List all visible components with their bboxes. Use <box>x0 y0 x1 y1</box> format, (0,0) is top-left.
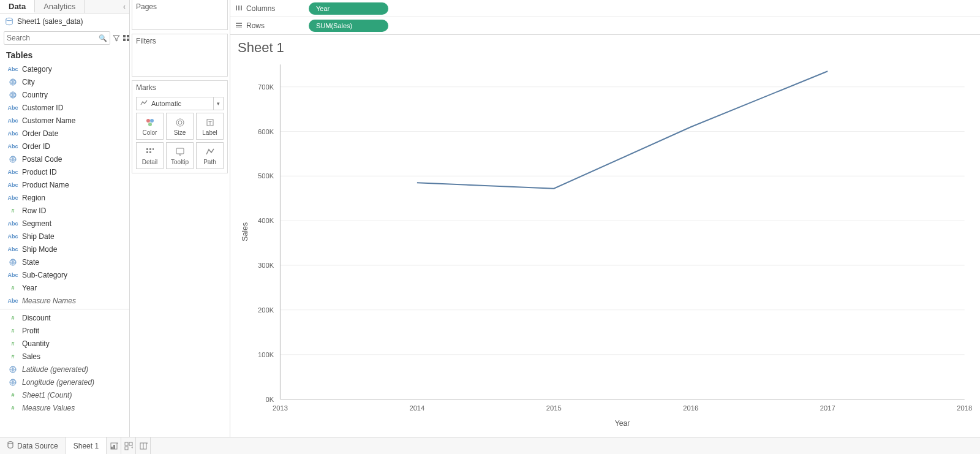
data-source-icon <box>7 441 13 450</box>
new-worksheet-icon[interactable]: + <box>107 437 121 454</box>
field-region[interactable]: AbcRegion <box>0 191 129 204</box>
datasource-row[interactable]: Sheet1 (sales_data) <box>0 13 129 29</box>
mark-tooltip-button[interactable]: Tooltip <box>166 142 194 169</box>
field-customer-id[interactable]: AbcCustomer ID <box>0 101 129 114</box>
svg-text:200K: 200K <box>258 306 274 314</box>
svg-rect-25 <box>238 6 239 10</box>
field-measure-names[interactable]: AbcMeasure Names <box>0 294 129 307</box>
field-ship-date[interactable]: AbcShip Date <box>0 230 129 243</box>
columns-icon <box>235 5 243 12</box>
field-longitude-generated-[interactable]: Longitude (generated) <box>0 376 129 388</box>
field-segment[interactable]: AbcSegment <box>0 217 129 230</box>
field-ship-mode[interactable]: AbcShip Mode <box>0 243 129 255</box>
field-profit[interactable]: #Profit <box>0 324 129 337</box>
collapse-pane-icon[interactable]: ‹ <box>119 0 129 13</box>
field-order-date[interactable]: AbcOrder Date <box>0 127 129 140</box>
svg-rect-63 <box>125 447 128 450</box>
svg-rect-24 <box>236 6 237 10</box>
svg-point-56 <box>8 442 13 444</box>
field-country[interactable]: Country <box>0 88 129 101</box>
field-product-id[interactable]: AbcProduct ID <box>0 165 129 178</box>
svg-rect-26 <box>241 6 242 10</box>
field-discount[interactable]: #Discount <box>0 311 129 324</box>
view-grid-icon[interactable] <box>123 33 130 43</box>
data-pane: Data Analytics ‹ Sheet1 (sales_data) 🔍 <box>0 0 130 437</box>
svg-text:+: + <box>116 442 118 445</box>
field-sheet1-count-[interactable]: #Sheet1 (Count) <box>0 388 129 401</box>
rows-pill-sales[interactable]: SUM(Sales) <box>309 20 388 32</box>
svg-text:Year: Year <box>615 419 630 428</box>
pages-shelf[interactable]: Pages <box>132 0 228 30</box>
svg-rect-2 <box>127 35 129 37</box>
field-row-id[interactable]: #Row ID <box>0 204 129 217</box>
svg-text:T: T <box>208 120 212 126</box>
chevron-down-icon: ▾ <box>213 97 223 110</box>
field-sub-category[interactable]: AbcSub-Category <box>0 268 129 281</box>
field-postal-code[interactable]: Postal Code <box>0 153 129 165</box>
svg-rect-19 <box>149 148 151 150</box>
tab-sheet-1[interactable]: Sheet 1 <box>66 437 107 454</box>
mark-detail-button[interactable]: Detail <box>136 142 164 169</box>
svg-text:Sales: Sales <box>241 222 249 241</box>
rows-shelf[interactable]: Rows SUM(Sales) <box>230 17 980 34</box>
field-product-name[interactable]: AbcProduct Name <box>0 178 129 191</box>
rows-icon <box>235 22 243 29</box>
bottom-bar: Data Source Sheet 1 + + + <box>0 437 980 454</box>
field-customer-name[interactable]: AbcCustomer Name <box>0 114 129 127</box>
svg-text:0K: 0K <box>266 396 274 403</box>
columns-pill-year[interactable]: Year <box>309 2 388 15</box>
field-sales[interactable]: #Sales <box>0 350 129 363</box>
svg-point-12 <box>150 119 154 123</box>
mark-color-icon <box>145 117 155 128</box>
mark-detail-icon <box>145 146 155 157</box>
filters-shelf[interactable]: Filters <box>132 34 228 77</box>
chart-area[interactable]: 0K100K200K300K400K500K600K700K2013201420… <box>230 58 980 437</box>
mark-type-dropdown[interactable]: Automatic ▾ <box>136 97 224 110</box>
mark-path-button[interactable]: Path <box>196 142 224 169</box>
new-dashboard-icon[interactable]: + <box>121 437 136 454</box>
sheet-title[interactable]: Sheet 1 <box>230 35 980 58</box>
svg-text:600K: 600K <box>258 128 274 135</box>
new-story-icon[interactable]: + <box>136 437 151 454</box>
svg-text:2016: 2016 <box>683 404 698 412</box>
line-mark-icon <box>140 100 148 107</box>
tab-analytics[interactable]: Analytics <box>35 0 85 13</box>
svg-rect-27 <box>236 23 242 24</box>
filter-icon[interactable] <box>113 33 120 43</box>
svg-text:2015: 2015 <box>546 404 562 412</box>
svg-rect-4 <box>127 39 129 41</box>
field-category[interactable]: AbcCategory <box>0 62 129 75</box>
columns-shelf[interactable]: Columns Year <box>230 0 980 17</box>
tables-header: Tables <box>0 47 129 62</box>
svg-rect-21 <box>146 151 148 153</box>
svg-text:+: + <box>131 445 133 450</box>
svg-rect-61 <box>125 442 128 445</box>
field-state[interactable]: State <box>0 255 129 268</box>
field-measure-values[interactable]: #Measure Values <box>0 401 129 414</box>
tab-data[interactable]: Data <box>0 0 35 13</box>
svg-text:300K: 300K <box>258 262 274 269</box>
svg-text:2018: 2018 <box>957 404 972 412</box>
mark-color-button[interactable]: Color <box>136 113 164 140</box>
marks-card: Marks Automatic ▾ ColorSizeTLabelDetailT… <box>132 80 228 173</box>
svg-text:2017: 2017 <box>820 404 835 412</box>
search-input-wrap[interactable]: 🔍 <box>4 31 110 45</box>
mark-size-button[interactable]: Size <box>166 113 194 140</box>
field-latitude-generated-[interactable]: Latitude (generated) <box>0 363 129 376</box>
mark-tooltip-icon <box>175 146 185 157</box>
worksheet-pane: Columns Year Rows SUM(Sales) Sheet 1 0K <box>230 0 980 437</box>
svg-text:700K: 700K <box>258 83 274 91</box>
svg-point-11 <box>146 119 150 123</box>
field-list: AbcCategoryCityCountryAbcCustomer IDAbcC… <box>0 62 129 437</box>
field-city[interactable]: City <box>0 75 129 88</box>
tab-data-source[interactable]: Data Source <box>0 437 66 454</box>
field-year[interactable]: #Year <box>0 281 129 294</box>
field-order-id[interactable]: AbcOrder ID <box>0 140 129 153</box>
field-quantity[interactable]: #Quantity <box>0 337 129 350</box>
svg-point-13 <box>148 123 152 126</box>
svg-text:2013: 2013 <box>273 404 288 412</box>
mark-label-icon: T <box>205 117 215 128</box>
svg-rect-29 <box>236 28 242 28</box>
mark-label-button[interactable]: TLabel <box>196 113 224 140</box>
search-input[interactable] <box>7 34 99 42</box>
